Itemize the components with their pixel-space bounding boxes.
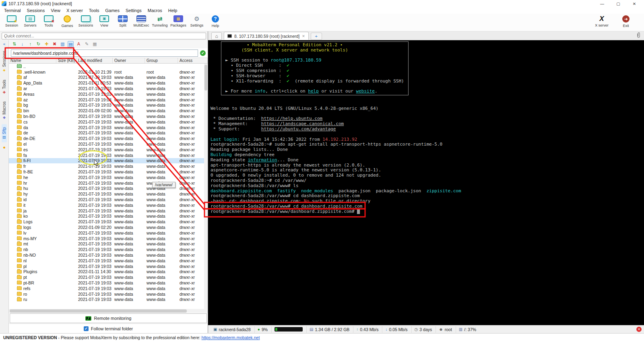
- toolbar-packages[interactable]: ▦Packages: [169, 15, 188, 28]
- menu-macros[interactable]: Macros: [148, 8, 162, 13]
- terminal[interactable]: • MobaXterm Personal Edition v21.2 • (SS…: [208, 40, 644, 325]
- menu-tools[interactable]: Tools: [89, 8, 99, 13]
- terminal-tab[interactable]: 8. 107.173.180.59 (root) [racknerd] ✕: [224, 32, 309, 40]
- refresh-icon[interactable]: ↻: [35, 41, 41, 47]
- file-list-scrollbar-thumb[interactable]: [204, 65, 207, 91]
- toolbar-multiexec[interactable]: MultiExec: [132, 15, 151, 28]
- toolbar-servers[interactable]: Servers: [21, 15, 39, 28]
- toolbar-x-server[interactable]: XX server: [592, 15, 611, 28]
- new-tab-button[interactable]: +: [311, 33, 322, 40]
- file-row[interactable]: mt2021-07-19 19:03www-datawww-datadrwxr-…: [9, 241, 208, 247]
- follow-terminal-folder-checkbox[interactable]: ✔: [84, 326, 89, 331]
- file-list-hscrollbar-thumb[interactable]: [10, 309, 187, 313]
- column-header-owner[interactable]: Owner: [113, 58, 145, 63]
- menu-view[interactable]: View: [51, 8, 60, 13]
- column-header-size-kb-[interactable]: Size (KB): [56, 58, 76, 63]
- menu-x-server[interactable]: X server: [66, 8, 83, 13]
- file-row[interactable]: fr2021-07-19 19:03www-datawww-datadrwxr-…: [9, 163, 208, 169]
- file-row[interactable]: az2021-07-19 19:03www-datawww-datadrwxr-…: [9, 97, 208, 103]
- file-row[interactable]: pl2021-07-19 19:03www-datawww-datadrwxr-…: [9, 264, 208, 269]
- list-view-icon[interactable]: ▤: [68, 41, 74, 47]
- minimize-button[interactable]: —: [594, 0, 610, 7]
- file-row[interactable]: lv2021-07-19 19:03www-datawww-datadrwxr-…: [9, 230, 208, 236]
- toolbar-split[interactable]: Split: [114, 15, 132, 28]
- toolbar-tools[interactable]: Tools: [39, 15, 58, 28]
- attachments-icon[interactable]: [636, 32, 641, 40]
- file-row[interactable]: ms-MY2021-07-19 19:03www-datawww-datadrw…: [9, 236, 208, 241]
- sidebar-tab-tools[interactable]: ✚Tools: [2, 77, 7, 97]
- file-row[interactable]: pt-BR2021-07-19 19:03www-datawww-datadrw…: [9, 280, 208, 286]
- file-row[interactable]: de2021-07-19 19:03www-datawww-datadrwxr-…: [9, 130, 208, 136]
- sidebar-tab-macros[interactable]: ◆Macros: [2, 99, 7, 123]
- file-row[interactable]: Plugins2022-01-11 14:30www-datawww-datad…: [9, 269, 208, 274]
- collapse-sidebar-icon[interactable]: «: [3, 42, 6, 46]
- column-header-last-modified[interactable]: Last modified: [76, 58, 113, 63]
- file-table-header[interactable]: NameSize (KB)Last modifiedOwnerGroupAcce…: [9, 58, 208, 64]
- file-row[interactable]: bg2021-07-19 19:03www-datawww-datadrwxr-…: [9, 103, 208, 108]
- file-row[interactable]: Areas2021-07-19 19:03www-datawww-datadrw…: [9, 91, 208, 97]
- taskbar-widget[interactable]: [275, 327, 303, 332]
- file-row[interactable]: ko2021-07-19 19:03www-datawww-datadrwxr-…: [9, 214, 208, 219]
- file-row[interactable]: nb2021-07-19 19:03www-datawww-datadrwxr-…: [9, 247, 208, 252]
- column-header-group[interactable]: Group: [145, 58, 178, 63]
- toolbar-view[interactable]: View: [95, 15, 114, 28]
- file-row[interactable]: ..: [9, 64, 208, 69]
- file-row[interactable]: es2021-07-19 19:03www-datawww-datadrwxr-…: [9, 147, 208, 152]
- file-row[interactable]: hu2021-07-19 19:03www-datawww-datadrwxr-…: [9, 186, 208, 192]
- file-row[interactable]: de-DE2021-07-19 19:03www-datawww-datadrw…: [9, 136, 208, 141]
- file-row[interactable]: fr-BE2021-07-19 19:03www-datawww-datadrw…: [9, 169, 208, 175]
- file-row[interactable]: ro2021-07-19 19:03www-datawww-datadrwxr-…: [9, 291, 208, 297]
- image-icon[interactable]: ▦: [92, 41, 98, 47]
- file-row[interactable]: nb-NO2021-07-19 19:03www-datawww-datadrw…: [9, 252, 208, 258]
- sftp-path-input[interactable]: [11, 49, 198, 57]
- toolbar-games[interactable]: Games: [58, 15, 76, 28]
- file-row[interactable]: af2021-07-19 19:03www-datawww-datadrwxr-…: [9, 75, 208, 80]
- footer-link[interactable]: https://mobaxterm.mobatek.net: [202, 335, 260, 340]
- file-row[interactable]: hr2021-07-19 19:03www-datawww-datadrwxr-…: [9, 180, 208, 186]
- file-row[interactable]: ru2021-07-19 19:03www-datawww-datadrwxr-…: [9, 297, 208, 302]
- copy-icon[interactable]: ▥: [60, 41, 66, 47]
- menu-terminal[interactable]: Terminal: [4, 8, 21, 13]
- close-button[interactable]: ✕: [626, 0, 642, 7]
- toolbar-session[interactable]: Session: [2, 15, 21, 28]
- download-icon[interactable]: ↓: [19, 41, 25, 47]
- sidebar-tab-sftp[interactable]: ▤Sftp: [2, 124, 7, 142]
- file-row[interactable]: fa2021-07-19 19:03www-datawww-datadrwxr-…: [9, 152, 208, 158]
- file-row[interactable]: logs2022-01-09 02:20www-datawww-datadrwx…: [9, 224, 208, 230]
- menu-settings[interactable]: Settings: [126, 8, 142, 13]
- file-row[interactable]: bin2022-01-09 02:00www-datawww-datadrwxr…: [9, 108, 208, 113]
- encoding-icon[interactable]: A: [76, 41, 82, 47]
- tab-close-icon[interactable]: ✕: [302, 34, 305, 38]
- new-folder-icon[interactable]: ✚: [43, 41, 50, 47]
- remote-monitoring-button[interactable]: Remote monitoring: [10, 313, 207, 323]
- toolbar-sessions[interactable]: Sessions: [76, 15, 95, 28]
- menu-help[interactable]: Help: [168, 8, 178, 13]
- column-header-access[interactable]: Access: [178, 58, 208, 63]
- edit-icon[interactable]: ✎: [84, 41, 90, 47]
- file-row[interactable]: ar2021-07-19 19:03www-datawww-datadrwxr-…: [9, 86, 208, 91]
- file-row[interactable]: nl2021-07-19 19:03www-datawww-datadrwxr-…: [9, 258, 208, 264]
- upload-icon[interactable]: ↑: [27, 41, 33, 47]
- toolbar-exit[interactable]: ➜Exit: [617, 15, 635, 28]
- quick-connect-input[interactable]: [2, 33, 206, 39]
- file-row[interactable]: .well-known2022-01-10 21:39rootrootdrwxr…: [9, 69, 208, 75]
- delete-icon[interactable]: ✖: [52, 41, 58, 47]
- file-row[interactable]: fi-FI2021-07-19 19:03www-datawww-datadrw…: [9, 158, 208, 164]
- transfer-icon[interactable]: ⇅: [11, 41, 17, 47]
- file-row[interactable]: pt2021-07-19 19:03www-datawww-datadrwxr-…: [9, 274, 208, 280]
- file-row[interactable]: App_Data2021-01-11 00:53www-datawww-data…: [9, 80, 208, 86]
- sidebar-tab-sessions[interactable]: ★Sessions: [2, 48, 7, 75]
- maximize-button[interactable]: ▢: [610, 0, 626, 7]
- file-row[interactable]: Logs2021-07-19 19:03www-datawww-datadrwx…: [9, 219, 208, 224]
- column-header-name[interactable]: Name: [9, 58, 56, 63]
- file-row[interactable]: he2021-07-19 19:03www-datawww-datadrwxr-…: [9, 175, 208, 180]
- file-row[interactable]: el2021-07-19 19:03www-datawww-datadrwxr-…: [9, 141, 208, 147]
- file-row[interactable]: it2021-07-19 19:03www-datawww-datadrwxr-…: [9, 202, 208, 208]
- file-row[interactable]: id2021-07-19 19:03www-datawww-datadrwxr-…: [9, 197, 208, 202]
- file-row[interactable]: refs2021-07-19 19:03www-datawww-datadrwx…: [9, 286, 208, 291]
- file-list-scrollbar[interactable]: [204, 64, 208, 309]
- file-list-hscrollbar[interactable]: [9, 309, 208, 313]
- toolbar-tunneling[interactable]: ⇄Tunneling: [151, 15, 169, 28]
- file-row[interactable]: ja2021-07-19 19:03www-datawww-datadrwxr-…: [9, 208, 208, 214]
- toolbar-help[interactable]: ?Help: [206, 15, 225, 28]
